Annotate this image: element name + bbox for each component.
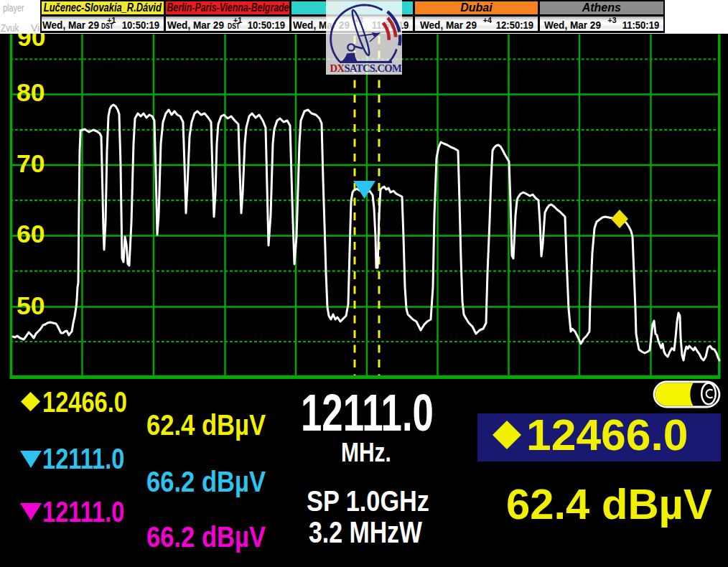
svg-text:80: 80 bbox=[17, 78, 45, 107]
svg-text:DXSATCS.COM: DXSATCS.COM bbox=[330, 62, 403, 74]
svg-text:50: 50 bbox=[17, 291, 45, 320]
svg-text:60: 60 bbox=[17, 220, 45, 248]
svg-text:70: 70 bbox=[17, 149, 45, 178]
